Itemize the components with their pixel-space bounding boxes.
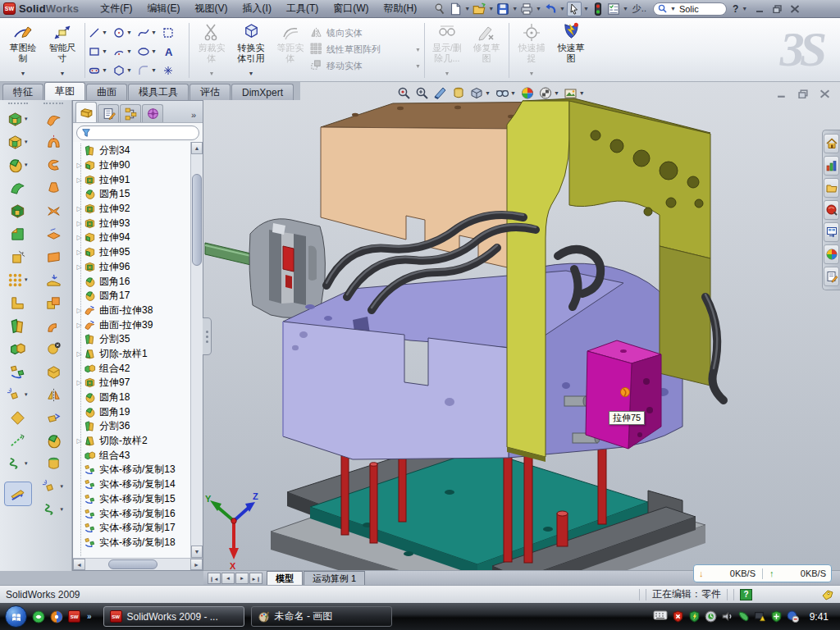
tool-cyl-green-button[interactable]	[36, 452, 72, 475]
ribbon-tab-评估[interactable]: 评估	[189, 84, 231, 100]
tool-rect-or-button[interactable]	[36, 245, 72, 268]
tab-configurationmanager[interactable]	[120, 104, 141, 122]
panel-tabs-more[interactable]: »	[191, 110, 200, 122]
tree-item[interactable]: 实体-移动/复制16	[75, 506, 190, 521]
sketch-dropdown[interactable]: ▼	[21, 68, 26, 80]
tray-update-badge-icon[interactable]	[705, 610, 717, 623]
tool-wedge-button[interactable]	[0, 176, 36, 199]
sketch-tool-ellipse-icon[interactable]: ▼	[137, 42, 162, 61]
tree-item[interactable]: ▷拉伸94	[75, 231, 190, 245]
tree-item[interactable]: ▷拉伸93	[75, 216, 190, 231]
scroll-up-button[interactable]: ▲	[191, 142, 203, 154]
tool-rib-button[interactable]	[0, 291, 36, 314]
panel-splitter-handle[interactable]	[203, 317, 212, 355]
tray-sync-blocked-icon[interactable]	[787, 610, 799, 623]
rebuild-icon[interactable]	[591, 2, 605, 16]
taskbar-task-solidworks[interactable]: SWSolidWorks 2009 - ...	[103, 606, 244, 627]
tree-item[interactable]: ▷拉伸96	[75, 260, 190, 275]
ribbon-tab-DimXpert[interactable]: DimXpert	[231, 84, 294, 100]
tree-item[interactable]: ▷拉伸95	[75, 245, 190, 260]
taskbar-clock[interactable]: 9:41	[810, 611, 829, 623]
help-dropdown[interactable]: ▼	[742, 6, 747, 11]
expand-arrow-icon[interactable]: ▷	[75, 350, 84, 358]
ribbon-tab-特征[interactable]: 特征	[2, 84, 43, 100]
tab-featuremanager[interactable]	[75, 102, 97, 122]
tool-dotline-button[interactable]	[0, 429, 36, 452]
expand-arrow-icon[interactable]: ▷	[75, 220, 84, 227]
tool-spark-button[interactable]: ▼	[0, 383, 36, 406]
new-file-dropdown[interactable]: ▼	[464, 6, 470, 11]
tool-cube-dark-button[interactable]	[0, 199, 36, 222]
menu-item[interactable]: 窗口(W)	[326, 0, 376, 17]
ribbon-tab-草图[interactable]: 草图	[44, 82, 85, 100]
save-dropdown[interactable]: ▼	[512, 6, 518, 11]
last-tab-button[interactable]: ►❙	[249, 573, 262, 584]
tool-movecopy-button[interactable]	[0, 360, 36, 383]
open-dropdown[interactable]: ▼	[488, 6, 494, 11]
tool-spark-button[interactable]: ▼	[36, 475, 72, 498]
ribbon-tab-曲面[interactable]: 曲面	[86, 84, 127, 100]
view-palette-icon[interactable]	[824, 222, 839, 242]
tree-vertical-scrollbar[interactable]: ▲ ▼	[190, 142, 203, 558]
sketch-tool-point-icon[interactable]	[162, 61, 186, 80]
tree-item[interactable]: 实体-移动/复制14	[75, 477, 190, 492]
scroll-right-button[interactable]: ►	[190, 559, 203, 570]
expand-arrow-icon[interactable]: ▷	[75, 249, 84, 256]
options-dropdown[interactable]: ▼	[623, 6, 628, 11]
expand-arrow-icon[interactable]: ▷	[75, 307, 84, 314]
sketch-button[interactable]: 草图绘 制 ▼	[3, 21, 43, 80]
start-button[interactable]	[5, 605, 27, 628]
solidworks-search-icon[interactable]	[824, 200, 839, 220]
tool-eyex-button[interactable]	[36, 337, 72, 360]
tree-item[interactable]: 分割36	[75, 419, 190, 434]
tray-defender-icon[interactable]	[770, 610, 783, 623]
network-speed-widget[interactable]: ↓ 0KB/S ↑ 0KB/S	[693, 564, 832, 582]
taskbar-task-paint[interactable]: 未命名 - 画图	[251, 606, 392, 627]
expand-arrow-icon[interactable]: ▷	[75, 437, 84, 445]
tool-cubes2-button[interactable]	[36, 291, 72, 314]
help-button[interactable]: ?	[733, 3, 738, 15]
print-dropdown[interactable]: ▼	[536, 6, 541, 11]
minimize-button[interactable]	[756, 5, 765, 13]
menu-item[interactable]: 文件(F)	[93, 0, 139, 17]
expand-arrow-icon[interactable]: ▷	[75, 205, 84, 212]
select-dropdown[interactable]: ▼	[583, 6, 589, 11]
doc-close-button[interactable]	[819, 89, 830, 98]
filter-input[interactable]	[76, 126, 199, 140]
menu-item[interactable]: 编辑(E)	[140, 0, 188, 17]
section-view-icon[interactable]	[433, 86, 448, 100]
tray-security-alert-icon[interactable]	[672, 610, 684, 623]
quicklaunch-overflow[interactable]: »	[87, 612, 92, 621]
doc-restore-button[interactable]	[798, 89, 809, 98]
quicklaunch-solidworks-icon[interactable]: SW	[68, 610, 80, 623]
tool-cube-gold-button[interactable]: ▼	[0, 130, 36, 153]
camera-view-icon[interactable]: ▼	[564, 86, 586, 100]
ribbon-tab-模具工具[interactable]: 模具工具	[128, 84, 189, 100]
convert-entities-dropdown[interactable]: ▼	[249, 68, 254, 80]
tool-flat-button[interactable]	[36, 222, 72, 245]
zoom-to-area-icon[interactable]	[415, 86, 430, 100]
tree-horizontal-scrollbar[interactable]: ◄ ►	[73, 558, 203, 570]
appearances-scenes-icon[interactable]	[824, 244, 839, 264]
next-tab-button[interactable]: ►	[235, 573, 249, 584]
tool-shoe-button[interactable]	[36, 268, 72, 291]
tool-split-button[interactable]	[0, 314, 36, 337]
print-icon[interactable]	[519, 2, 534, 16]
expand-arrow-icon[interactable]: ▷	[75, 322, 84, 329]
tree-item[interactable]: ▷拉伸97	[75, 376, 190, 390]
pin-icon[interactable]	[432, 2, 447, 16]
close-button[interactable]	[790, 5, 800, 13]
undo-dropdown[interactable]: ▼	[559, 6, 565, 11]
expand-arrow-icon[interactable]: ▷	[75, 162, 84, 169]
sketch-tool-line-icon[interactable]: ▼	[88, 23, 112, 42]
tree-item[interactable]: 圆角17	[75, 289, 190, 304]
tray-volume-icon[interactable]	[721, 610, 733, 623]
tree-item[interactable]: 圆角16	[75, 274, 190, 289]
horizontal-scroll-thumb[interactable]	[108, 559, 158, 569]
menu-item[interactable]: 工具(T)	[279, 0, 326, 17]
tool-cube-green-button[interactable]: ▼	[0, 107, 36, 130]
tool-chamfer-button[interactable]	[0, 222, 36, 245]
tree-item[interactable]: 圆角19	[75, 404, 190, 419]
graphics-viewport[interactable]: Y Z X ▼ ▼ ▼ ▼	[203, 82, 840, 570]
tool-spring-button[interactable]: ▼	[36, 498, 72, 521]
